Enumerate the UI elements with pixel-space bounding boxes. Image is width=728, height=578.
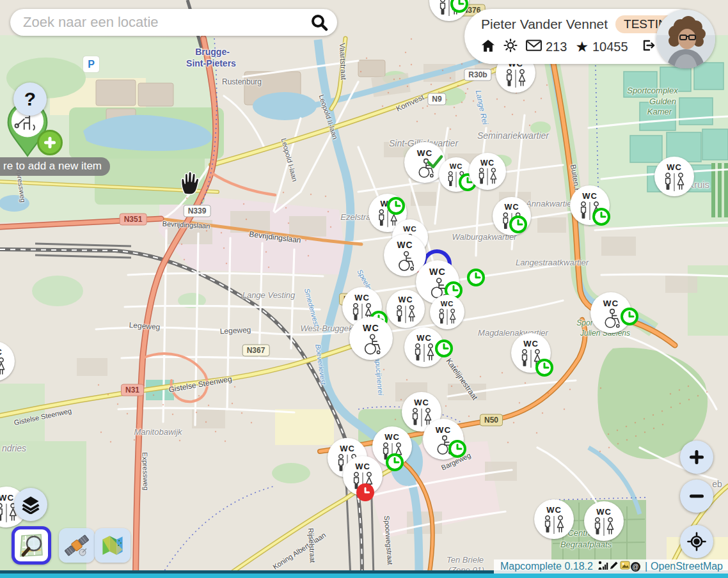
opening-hours-clock-icon — [620, 307, 639, 326]
svg-text:WC: WC — [363, 323, 379, 333]
svg-text:WC: WC — [667, 162, 682, 172]
svg-text:WC: WC — [582, 191, 597, 201]
messages-icon[interactable] — [526, 40, 542, 54]
hand-cursor-icon — [178, 170, 202, 198]
map-marker-toilet[interactable]: WC — [423, 419, 464, 460]
map-marker-toilet[interactable]: WC — [534, 499, 574, 539]
map-marker-toilet[interactable]: WC — [0, 341, 15, 381]
add-item-tooltip: re to add a new item — [0, 157, 110, 176]
opening-hours-clock-icon — [509, 215, 528, 234]
svg-text:WC: WC — [450, 162, 463, 170]
map-marker-toilet[interactable]: WC — [429, 0, 469, 21]
search-icon[interactable] — [308, 11, 331, 34]
background-map-button[interactable] — [95, 528, 131, 563]
attribution-osm-link[interactable]: OpenStreetMap — [651, 561, 723, 572]
logout-icon[interactable] — [640, 38, 656, 56]
user-name: Pieter Vander Vennet — [481, 17, 608, 32]
opening-hours-clock-icon — [356, 483, 375, 502]
map-marker-toilet[interactable]: WC — [343, 456, 383, 496]
opening-hours-clock-icon — [592, 207, 611, 226]
attribution-separator: | — [645, 561, 647, 572]
map-marker-toilet[interactable]: WC — [590, 292, 631, 333]
map-marker-toilet[interactable]: WC — [570, 185, 610, 225]
svg-text:WC: WC — [340, 444, 355, 453]
search-bar[interactable] — [10, 9, 337, 36]
add-plus-button[interactable] — [37, 130, 63, 155]
map-marker-toilet[interactable]: WC — [511, 333, 551, 373]
svg-text:WC: WC — [505, 203, 519, 212]
statistics-icon[interactable] — [597, 561, 608, 573]
svg-text:WC: WC — [546, 505, 562, 515]
home-icon[interactable] — [481, 39, 495, 56]
map-marker-toilet[interactable]: WC — [439, 157, 473, 192]
map-marker-toilet[interactable]: WC — [404, 327, 444, 367]
user-avatar[interactable] — [656, 10, 715, 68]
theme-icon[interactable] — [620, 560, 630, 573]
svg-text:WC: WC — [0, 493, 14, 503]
messages-count: 213 — [546, 40, 567, 54]
svg-text:WC: WC — [436, 425, 451, 435]
opening-hours-clock-icon — [434, 339, 454, 358]
settings-gear-icon[interactable] — [503, 38, 518, 56]
map-marker-clock[interactable] — [466, 268, 486, 290]
edit-pencil-icon[interactable] — [609, 560, 619, 573]
svg-text:WC: WC — [414, 398, 429, 407]
svg-text:WC: WC — [603, 299, 619, 308]
svg-text:WC: WC — [384, 432, 400, 442]
svg-text:WC: WC — [399, 295, 413, 304]
svg-text:WC: WC — [596, 507, 612, 517]
search-input[interactable] — [22, 13, 308, 31]
layers-button[interactable] — [14, 488, 47, 521]
svg-text:WC: WC — [429, 267, 446, 277]
svg-text:WC: WC — [441, 300, 454, 308]
map-marker-toilet[interactable]: WC — [654, 157, 694, 196]
opening-hours-clock-icon — [385, 453, 404, 472]
opening-hours-clock-icon — [535, 358, 554, 377]
attribution-brand[interactable]: Mapcomplete 0.18.2 — [500, 561, 593, 572]
svg-text:WC: WC — [355, 462, 370, 471]
zoom-in-button[interactable] — [680, 441, 713, 474]
opening-hours-clock-icon — [386, 196, 406, 215]
svg-text:WC: WC — [480, 159, 495, 168]
svg-text:WC: WC — [397, 240, 413, 250]
opening-hours-clock-icon — [450, 0, 469, 13]
svg-text:WC: WC — [403, 224, 416, 233]
help-button[interactable]: ? — [13, 82, 47, 116]
geolocate-button[interactable] — [680, 525, 713, 558]
background-osm-carto-button[interactable] — [12, 526, 51, 565]
svg-text:WC: WC — [416, 333, 432, 343]
map-marker-toilet[interactable]: WC — [584, 501, 624, 541]
map-marker-toilet[interactable]: WC — [430, 295, 464, 329]
parking-icon: P — [83, 56, 99, 72]
svg-text:WC: WC — [523, 339, 539, 348]
svg-text:WC: WC — [354, 293, 370, 302]
svg-text:WC: WC — [0, 347, 3, 357]
map-marker-toilet[interactable]: WC — [493, 197, 531, 235]
background-satellite-button[interactable] — [59, 528, 95, 563]
mapcomplete-app: Brugge-Sint-PietersRustenburgVaartstraat… — [0, 0, 728, 578]
map-marker-toilet[interactable]: WC — [349, 316, 393, 360]
opening-hours-clock-icon — [448, 439, 467, 458]
bottom-strip-cyan — [0, 574, 728, 578]
star-icon: ★ — [575, 40, 589, 54]
map-marker-toilet[interactable]: WC — [469, 153, 506, 190]
attribution-bar: Mapcomplete 0.18.2 @ | OpenStreetMap — [494, 559, 728, 574]
changeset-count: 10455 — [592, 40, 628, 54]
zoom-out-button[interactable] — [680, 480, 713, 513]
mastodon-icon[interactable]: @ — [631, 562, 640, 572]
